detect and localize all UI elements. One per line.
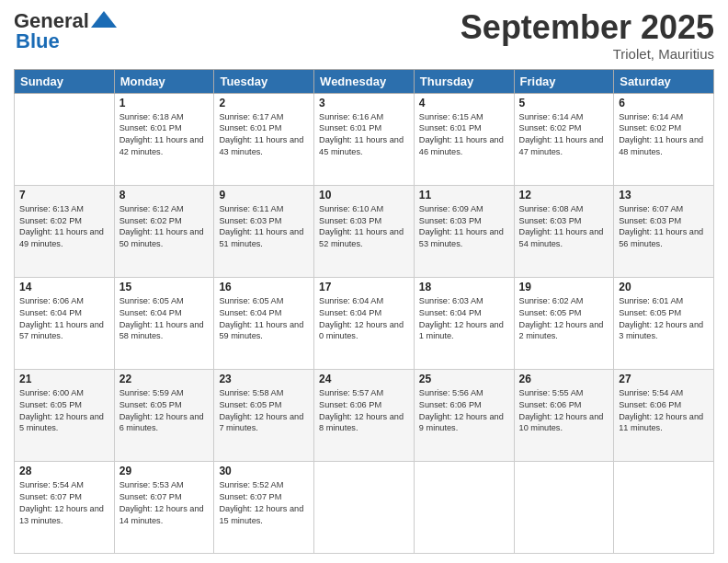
day-number: 2 <box>219 97 309 109</box>
col-tuesday: Tuesday <box>214 69 314 93</box>
logo-icon <box>91 11 117 28</box>
cell-info: Sunrise: 5:52 AMSunset: 6:07 PMDaylight:… <box>219 479 309 527</box>
cell-info: Sunrise: 5:54 AMSunset: 6:07 PMDaylight:… <box>19 479 109 527</box>
table-cell: 24Sunrise: 5:57 AMSunset: 6:06 PMDayligh… <box>314 369 415 461</box>
table-cell: 25Sunrise: 5:56 AMSunset: 6:06 PMDayligh… <box>414 369 514 461</box>
table-cell: 2Sunrise: 6:17 AMSunset: 6:01 PMDaylight… <box>214 93 314 185</box>
svg-marker-0 <box>91 11 117 28</box>
day-number: 28 <box>19 465 109 477</box>
cell-info: Sunrise: 6:09 AMSunset: 6:03 PMDaylight:… <box>419 203 509 251</box>
cell-info: Sunrise: 6:05 AMSunset: 6:04 PMDaylight:… <box>219 295 309 343</box>
day-number: 29 <box>119 465 210 477</box>
cell-info: Sunrise: 6:05 AMSunset: 6:04 PMDaylight:… <box>119 295 210 343</box>
cell-info: Sunrise: 5:55 AMSunset: 6:06 PMDaylight:… <box>519 387 609 435</box>
calendar-header-row: Sunday Monday Tuesday Wednesday Thursday… <box>15 69 714 93</box>
day-number: 14 <box>19 281 109 293</box>
day-number: 6 <box>619 97 709 109</box>
day-number: 7 <box>19 189 109 201</box>
cell-info: Sunrise: 5:53 AMSunset: 6:07 PMDaylight:… <box>119 479 210 527</box>
month-title: September 2025 <box>461 9 714 46</box>
table-cell: 5Sunrise: 6:14 AMSunset: 6:02 PMDaylight… <box>514 93 614 185</box>
table-cell <box>414 461 514 553</box>
table-cell: 6Sunrise: 6:14 AMSunset: 6:02 PMDaylight… <box>614 93 714 185</box>
table-cell <box>614 461 714 553</box>
cell-info: Sunrise: 5:54 AMSunset: 6:06 PMDaylight:… <box>619 387 709 435</box>
calendar-week-3: 14Sunrise: 6:06 AMSunset: 6:04 PMDayligh… <box>15 277 714 369</box>
cell-info: Sunrise: 6:06 AMSunset: 6:04 PMDaylight:… <box>19 295 109 343</box>
logo: General Blue <box>14 9 117 53</box>
cell-info: Sunrise: 6:01 AMSunset: 6:05 PMDaylight:… <box>619 295 709 343</box>
col-sunday: Sunday <box>15 69 115 93</box>
cell-info: Sunrise: 5:56 AMSunset: 6:06 PMDaylight:… <box>419 387 509 435</box>
col-saturday: Saturday <box>614 69 714 93</box>
cell-info: Sunrise: 6:03 AMSunset: 6:04 PMDaylight:… <box>419 295 509 343</box>
table-cell: 10Sunrise: 6:10 AMSunset: 6:03 PMDayligh… <box>314 185 415 277</box>
table-cell: 14Sunrise: 6:06 AMSunset: 6:04 PMDayligh… <box>15 277 115 369</box>
table-cell <box>514 461 614 553</box>
day-number: 25 <box>419 373 509 385</box>
table-cell: 26Sunrise: 5:55 AMSunset: 6:06 PMDayligh… <box>514 369 614 461</box>
cell-info: Sunrise: 6:12 AMSunset: 6:02 PMDaylight:… <box>119 203 210 251</box>
calendar-week-5: 28Sunrise: 5:54 AMSunset: 6:07 PMDayligh… <box>15 461 714 553</box>
table-cell: 4Sunrise: 6:15 AMSunset: 6:01 PMDaylight… <box>414 93 514 185</box>
logo-blue: Blue <box>16 29 60 53</box>
day-number: 12 <box>519 189 609 201</box>
table-cell: 30Sunrise: 5:52 AMSunset: 6:07 PMDayligh… <box>214 461 314 553</box>
cell-info: Sunrise: 6:00 AMSunset: 6:05 PMDaylight:… <box>19 387 109 435</box>
day-number: 10 <box>319 189 409 201</box>
day-number: 18 <box>419 281 509 293</box>
day-number: 3 <box>319 97 409 109</box>
cell-info: Sunrise: 6:04 AMSunset: 6:04 PMDaylight:… <box>319 295 409 343</box>
table-cell: 12Sunrise: 6:08 AMSunset: 6:03 PMDayligh… <box>514 185 614 277</box>
table-cell <box>314 461 415 553</box>
table-cell: 11Sunrise: 6:09 AMSunset: 6:03 PMDayligh… <box>414 185 514 277</box>
table-cell: 22Sunrise: 5:59 AMSunset: 6:05 PMDayligh… <box>114 369 214 461</box>
cell-info: Sunrise: 6:10 AMSunset: 6:03 PMDaylight:… <box>319 203 409 251</box>
cell-info: Sunrise: 5:59 AMSunset: 6:05 PMDaylight:… <box>119 387 210 435</box>
day-number: 13 <box>619 189 709 201</box>
table-cell: 3Sunrise: 6:16 AMSunset: 6:01 PMDaylight… <box>314 93 415 185</box>
col-friday: Friday <box>514 69 614 93</box>
col-thursday: Thursday <box>414 69 514 93</box>
table-cell: 9Sunrise: 6:11 AMSunset: 6:03 PMDaylight… <box>214 185 314 277</box>
day-number: 23 <box>219 373 309 385</box>
table-cell: 23Sunrise: 5:58 AMSunset: 6:05 PMDayligh… <box>214 369 314 461</box>
cell-info: Sunrise: 6:11 AMSunset: 6:03 PMDaylight:… <box>219 203 309 251</box>
header: General Blue September 2025 Triolet, Mau… <box>14 9 714 62</box>
day-number: 4 <box>419 97 509 109</box>
day-number: 21 <box>19 373 109 385</box>
table-cell: 18Sunrise: 6:03 AMSunset: 6:04 PMDayligh… <box>414 277 514 369</box>
day-number: 15 <box>119 281 210 293</box>
day-number: 26 <box>519 373 609 385</box>
location: Triolet, Mauritius <box>461 46 714 62</box>
day-number: 17 <box>319 281 409 293</box>
calendar-week-4: 21Sunrise: 6:00 AMSunset: 6:05 PMDayligh… <box>15 369 714 461</box>
day-number: 20 <box>619 281 709 293</box>
table-cell: 7Sunrise: 6:13 AMSunset: 6:02 PMDaylight… <box>15 185 115 277</box>
cell-info: Sunrise: 5:57 AMSunset: 6:06 PMDaylight:… <box>319 387 409 435</box>
cell-info: Sunrise: 6:16 AMSunset: 6:01 PMDaylight:… <box>319 111 409 159</box>
col-wednesday: Wednesday <box>314 69 415 93</box>
table-cell: 16Sunrise: 6:05 AMSunset: 6:04 PMDayligh… <box>214 277 314 369</box>
cell-info: Sunrise: 6:08 AMSunset: 6:03 PMDaylight:… <box>519 203 609 251</box>
table-cell: 27Sunrise: 5:54 AMSunset: 6:06 PMDayligh… <box>614 369 714 461</box>
page: General Blue September 2025 Triolet, Mau… <box>0 0 728 563</box>
cell-info: Sunrise: 6:18 AMSunset: 6:01 PMDaylight:… <box>119 111 210 159</box>
col-monday: Monday <box>114 69 214 93</box>
day-number: 5 <box>519 97 609 109</box>
table-cell: 21Sunrise: 6:00 AMSunset: 6:05 PMDayligh… <box>15 369 115 461</box>
day-number: 11 <box>419 189 509 201</box>
day-number: 30 <box>219 465 309 477</box>
day-number: 27 <box>619 373 709 385</box>
cell-info: Sunrise: 6:14 AMSunset: 6:02 PMDaylight:… <box>519 111 609 159</box>
day-number: 22 <box>119 373 210 385</box>
table-cell: 17Sunrise: 6:04 AMSunset: 6:04 PMDayligh… <box>314 277 415 369</box>
table-cell <box>15 93 115 185</box>
calendar-week-1: 1Sunrise: 6:18 AMSunset: 6:01 PMDaylight… <box>15 93 714 185</box>
cell-info: Sunrise: 6:15 AMSunset: 6:01 PMDaylight:… <box>419 111 509 159</box>
calendar-week-2: 7Sunrise: 6:13 AMSunset: 6:02 PMDaylight… <box>15 185 714 277</box>
day-number: 1 <box>119 97 210 109</box>
table-cell: 15Sunrise: 6:05 AMSunset: 6:04 PMDayligh… <box>114 277 214 369</box>
cell-info: Sunrise: 6:07 AMSunset: 6:03 PMDaylight:… <box>619 203 709 251</box>
cell-info: Sunrise: 6:17 AMSunset: 6:01 PMDaylight:… <box>219 111 309 159</box>
